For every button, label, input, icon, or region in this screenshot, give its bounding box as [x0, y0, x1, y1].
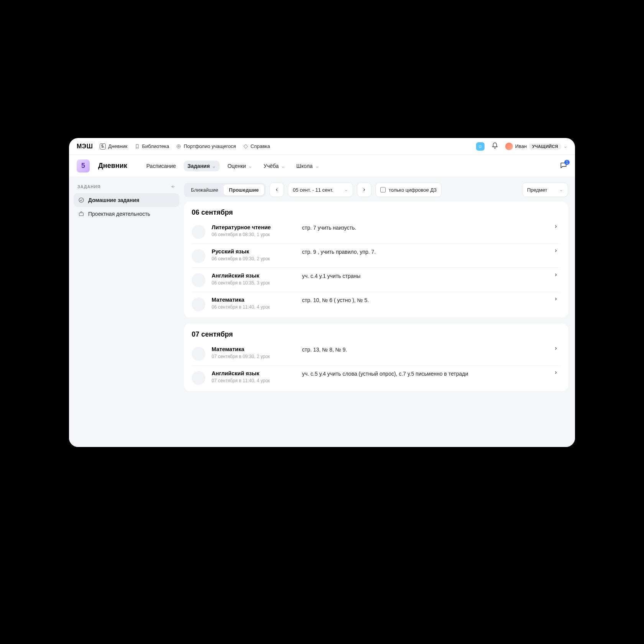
assignment-text: стр. 13, № 8, № 9.: [302, 346, 547, 353]
subject-avatar: [192, 371, 205, 385]
assignment-row[interactable]: Математика07 сентября в 09:30, 2 урокстр…: [192, 342, 560, 365]
assignment-meta: Русский язык06 сентября в 09:30, 2 урок: [212, 248, 296, 261]
assignment-text: стр. 7 учить наизусть.: [302, 224, 547, 231]
avatar-icon: [505, 143, 513, 150]
sidebar-item-label: Домашние задания: [88, 197, 139, 203]
lesson-time: 06 сентября в 11:40, 4 урок: [212, 304, 296, 310]
sidebar-heading-text: ЗАДАНИЯ: [77, 184, 100, 189]
subject-name: Математика: [212, 297, 296, 303]
top-nav: МЭШ 5. Дневник Библиотека Портфолио учащ…: [69, 138, 575, 155]
time-segment: Ближайшие Прошедшие: [184, 183, 266, 197]
tab-schedule[interactable]: Расписание: [143, 161, 180, 171]
assignment-row[interactable]: Русский язык06 сентября в 09:30, 2 урокс…: [192, 243, 560, 268]
chevron-right-icon: [554, 248, 560, 253]
grade-badge-icon: 5.: [100, 143, 106, 150]
briefcase-icon: [78, 211, 84, 217]
filter-bar: Ближайшие Прошедшие 05 сент. - 11 сент. …: [184, 177, 568, 202]
day-card: 06 сентябряЛитературное чтение06 сентябр…: [184, 202, 568, 317]
tab-grades[interactable]: Оценки: [223, 161, 256, 171]
page-title: Дневник: [98, 162, 127, 170]
sidebar-item-homework[interactable]: Домашние задания: [74, 193, 179, 207]
svg-point-0: [177, 145, 181, 148]
day-card: 07 сентябряМатематика07 сентября в 09:30…: [184, 324, 568, 391]
sidebar: ЗАДАНИЯ Домашние задания Проектная деяте…: [69, 177, 184, 447]
tab-grades-label: Оценки: [227, 163, 246, 169]
tab-tasks-label: Задания: [187, 163, 210, 169]
date-range-select[interactable]: 05 сент. - 11 сент.: [288, 182, 353, 197]
chevron-right-icon: [554, 273, 560, 277]
collapse-icon[interactable]: [170, 184, 176, 189]
top-nav-portfolio[interactable]: Портфолио учащегося: [176, 143, 236, 149]
sidebar-item-projects[interactable]: Проектная деятельность: [74, 207, 179, 221]
messages-button[interactable]: 1: [560, 161, 567, 170]
date-prev-button[interactable]: [269, 182, 284, 197]
assignment-text: стр. 10, № 6 ( устно ), № 5.: [302, 297, 547, 303]
subject-name: Литературное чтение: [212, 224, 296, 230]
user-menu[interactable]: Иван УЧАЩИЙСЯ: [505, 143, 567, 150]
assignment-row[interactable]: Литературное чтение06 сентября в 08:30, …: [192, 220, 560, 243]
assignment-row[interactable]: Математика06 сентября в 11:40, 4 урокстр…: [192, 292, 560, 316]
tab-study[interactable]: Учёба: [260, 161, 289, 171]
subject-name: Математика: [212, 346, 296, 352]
grade-tile: 5: [77, 159, 90, 172]
subject-name: Английский язык: [212, 273, 296, 279]
svg-rect-3: [79, 213, 84, 215]
chevron-right-icon: [554, 346, 560, 351]
chevron-down-icon: [281, 164, 285, 168]
bookmark-icon: [135, 144, 140, 149]
feedback-icon[interactable]: ☺: [476, 142, 485, 151]
chevron-down-icon: [564, 145, 567, 148]
svg-point-2: [79, 198, 84, 202]
app-window: МЭШ 5. Дневник Библиотека Портфолио учащ…: [69, 138, 575, 447]
day-heading: 06 сентября: [192, 209, 560, 217]
digital-only-label: только цифровое ДЗ: [389, 187, 437, 193]
assignment-meta: Литературное чтение06 сентября в 08:30, …: [212, 224, 296, 237]
date-next-button[interactable]: [357, 182, 371, 197]
assignment-text: уч. с.4 у.1 учить страны: [302, 273, 547, 279]
top-nav-library[interactable]: Библиотека: [135, 143, 169, 149]
tab-school[interactable]: Школа: [292, 161, 323, 171]
assignment-meta: Английский язык07 сентября в 11:40, 4 ур…: [212, 370, 296, 383]
lesson-time: 07 сентября в 09:30, 2 урок: [212, 354, 296, 359]
top-nav-diary[interactable]: 5. Дневник: [100, 143, 127, 150]
tab-school-label: Школа: [296, 163, 313, 169]
user-name: Иван: [515, 143, 527, 149]
chevron-down-icon: [315, 164, 319, 168]
lesson-time: 06 сентября в 10:35, 3 урок: [212, 280, 296, 286]
content-body: ЗАДАНИЯ Домашние задания Проектная деяте…: [69, 177, 575, 447]
tab-tasks[interactable]: Задания: [184, 161, 220, 171]
subject-name: Русский язык: [212, 248, 296, 255]
subject-select[interactable]: Предмет: [522, 182, 568, 197]
segment-upcoming[interactable]: Ближайшие: [186, 184, 223, 196]
check-circle-icon: [78, 197, 84, 203]
top-nav-help[interactable]: Справка: [243, 143, 270, 149]
checkbox-icon: [380, 187, 386, 192]
target-icon: [176, 144, 181, 149]
subject-select-label: Предмет: [527, 187, 547, 193]
lesson-time: 06 сентября в 09:30, 2 урок: [212, 256, 296, 261]
top-nav-help-label: Справка: [251, 143, 270, 149]
user-role-badge: УЧАЩИЙСЯ: [529, 143, 561, 150]
chevron-right-icon: [554, 297, 560, 301]
assignment-row[interactable]: Английский язык06 сентября в 10:35, 3 ур…: [192, 268, 560, 292]
subject-avatar: [192, 249, 205, 263]
digital-only-toggle[interactable]: только цифровое ДЗ: [375, 182, 442, 197]
assignment-meta: Математика06 сентября в 11:40, 4 урок: [212, 297, 296, 310]
tab-study-label: Учёба: [264, 163, 279, 169]
subject-name: Английский язык: [212, 370, 296, 376]
assignment-row[interactable]: Английский язык07 сентября в 11:40, 4 ур…: [192, 365, 560, 389]
chevron-down-icon: [248, 164, 252, 168]
day-heading: 07 сентября: [192, 330, 560, 338]
subject-avatar: [192, 347, 205, 361]
chevron-right-icon: [554, 370, 560, 375]
segment-past[interactable]: Прошедшие: [223, 184, 264, 196]
section-tabs: Расписание Задания Оценки Учёба Школа: [143, 161, 323, 171]
top-nav-library-label: Библиотека: [142, 143, 169, 149]
help-icon: [243, 144, 248, 149]
chevron-right-icon: [554, 224, 560, 229]
notifications-icon[interactable]: [491, 142, 498, 151]
logo: МЭШ: [77, 143, 93, 150]
main-panel: Ближайшие Прошедшие 05 сент. - 11 сент. …: [184, 177, 575, 447]
assignment-text: стр. 9 , учить правило, упр. 7.: [302, 248, 547, 255]
assignment-meta: Английский язык06 сентября в 10:35, 3 ур…: [212, 273, 296, 286]
